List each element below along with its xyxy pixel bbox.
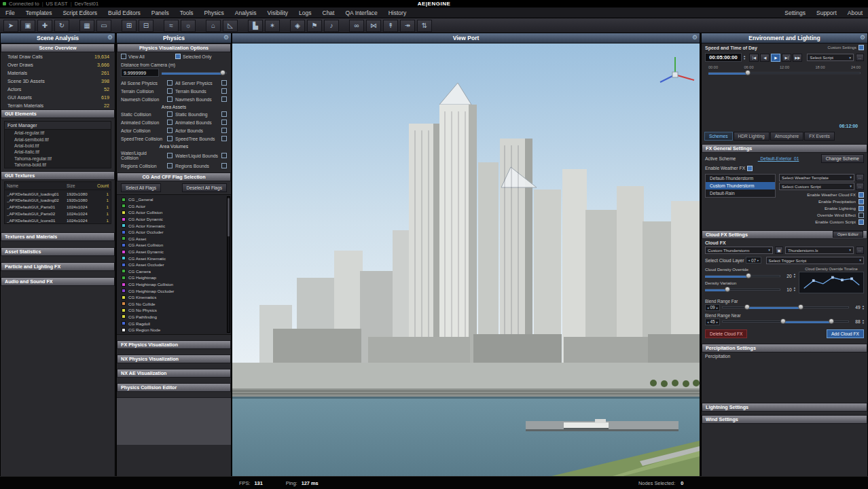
chain-tool-icon[interactable]: ⋈ (366, 20, 381, 32)
gear-icon[interactable]: ⚙ (860, 34, 865, 41)
time-spinner[interactable]: ▴▾ (744, 55, 745, 60)
menubar-item[interactable]: Logs (293, 7, 317, 18)
distance-slider[interactable] (162, 70, 227, 76)
menubar-item[interactable]: QA Interface (340, 7, 382, 18)
density-override-slider[interactable] (705, 273, 780, 279)
time-of-day-slider[interactable] (708, 70, 861, 123)
flag-row[interactable]: CG Region Node (117, 327, 231, 333)
city-blocks-tool-icon[interactable]: ▙ (248, 20, 263, 32)
lightning-settings-header[interactable]: Lightning Settings (702, 403, 867, 412)
wind-settings-header[interactable]: Wind Settings (702, 415, 867, 424)
menubar-right-item[interactable]: About (842, 7, 868, 18)
fx-general-settings-header[interactable]: FX General Settings (702, 144, 867, 153)
blend-near-min-stepper[interactable]: ◂ 45 ▸ (705, 319, 720, 325)
density-override-spinner[interactable]: ▴▾ (794, 273, 795, 278)
collapsed-section-header[interactable]: Audio and Sound FX (1, 277, 115, 286)
select-all-flags-button[interactable]: Select All Flags (121, 183, 161, 192)
slider-knob[interactable] (798, 304, 803, 310)
blend-near-slider[interactable] (722, 319, 849, 325)
precipitation-settings-header[interactable]: Percipitation Settings (702, 344, 867, 352)
select-tool-icon[interactable]: ▣ (20, 20, 35, 32)
play-button[interactable]: ▶ (771, 54, 780, 62)
fx-toggle-checkbox[interactable] (858, 206, 864, 211)
ramp-tool-icon[interactable]: ◺ (223, 20, 238, 32)
font-list-item[interactable]: Tahoma-bold.ttf (5, 162, 111, 168)
slider-knob[interactable] (746, 273, 751, 278)
scrollbar-thumb[interactable] (228, 198, 230, 236)
flag-row[interactable]: CG Heightmap (117, 274, 231, 281)
flag-row[interactable]: CG Actor Kinematic (117, 222, 231, 229)
physics-section-header[interactable]: NX Physics Visualization (117, 355, 231, 363)
blend-far-min-stepper[interactable]: ◂ 09 ▸ (705, 304, 720, 311)
font-list-item[interactable]: Arial-italic.ttf (5, 149, 111, 155)
run-tool-icon[interactable]: ↠ (400, 20, 415, 32)
flag-row[interactable]: CG Actor Dynamic (117, 216, 231, 223)
custom-script-dropdown[interactable]: Select Custom Script ▾ (779, 183, 854, 190)
environment-tab[interactable]: Atmosphere (770, 132, 804, 141)
weather-scheme-item[interactable]: Default-Thunderstorm (706, 175, 775, 182)
save-icon[interactable]: ▣ (775, 247, 783, 254)
area-volume-checkbox[interactable] (167, 153, 173, 158)
texture-row[interactable]: _APXDefaultGUI_Parts01 1024x1024 1 (5, 204, 111, 211)
audio-tool-icon[interactable]: ♪ (324, 20, 339, 32)
slider-knob[interactable] (780, 319, 786, 324)
environment-tab[interactable]: Schemes (704, 132, 733, 141)
area-volume-checkbox[interactable] (221, 153, 227, 158)
grid-select-tool-icon[interactable]: ▦ (79, 20, 94, 32)
menubar-item[interactable]: Analysis (230, 7, 262, 18)
menubar-item[interactable]: Build Editors (103, 7, 146, 18)
waves-tool-icon[interactable]: ≈ (164, 20, 179, 32)
menubar-item[interactable]: Tools (175, 7, 199, 18)
environment-tab[interactable]: HDR Lighting (734, 132, 770, 141)
area-asset-checkbox[interactable] (167, 128, 173, 133)
link-tool-icon[interactable]: ∞ (349, 20, 364, 32)
distance-value-field[interactable]: 9.9999999 (121, 69, 159, 77)
fx-toggle-checkbox[interactable] (858, 199, 864, 204)
skip-start-button[interactable]: |◀ (749, 54, 759, 62)
gear-icon[interactable]: ⚙ (692, 34, 698, 41)
time-of-day-field[interactable]: 00:05:00:00 (705, 53, 742, 62)
gear-icon[interactable]: ⚙ (223, 34, 229, 41)
menubar-item[interactable]: File (0, 7, 20, 18)
physics-vis-checkbox[interactable] (167, 96, 173, 102)
blend-near-max-spinner[interactable]: ▴▾ (863, 319, 864, 325)
flag-row[interactable]: CG Ragdoll (117, 320, 231, 327)
menubar-item[interactable]: Templates (20, 7, 58, 18)
menubar-item[interactable]: Physics (199, 7, 230, 18)
snap-grid-tool-icon[interactable]: ⊞ (122, 20, 137, 32)
rotate-tool-icon[interactable]: ↻ (54, 20, 69, 32)
blend-far-max-spinner[interactable]: ▴▾ (863, 305, 864, 310)
physics-vis-checkbox[interactable] (167, 80, 173, 86)
font-manager-header[interactable]: Font Manager (5, 122, 111, 130)
collapsed-section-header[interactable]: Textures and Materials (1, 232, 115, 241)
flag-row[interactable]: CG No Physics (117, 307, 231, 314)
gui-elements-section-header[interactable]: GUI Elements (1, 109, 115, 118)
menubar-right-item[interactable]: Settings (779, 7, 811, 18)
physics-vis-checkbox[interactable] (221, 80, 227, 86)
physics-vis-checkbox[interactable] (221, 88, 227, 94)
collapsed-section-header[interactable]: Asset Statistics (1, 247, 115, 256)
particles-tool-icon[interactable]: ✶ (265, 20, 280, 32)
gear-icon[interactable]: ⚙ (107, 34, 113, 41)
area-asset-checkbox[interactable] (167, 136, 173, 141)
fx-toggle-checkbox[interactable] (858, 192, 864, 198)
fx-toggle-checkbox[interactable] (858, 219, 864, 225)
area-volume-checkbox[interactable] (221, 163, 227, 168)
blend-far-slider[interactable] (722, 304, 849, 310)
cloud-file-dropdown[interactable]: Thunderstorm.lx ▾ (785, 247, 854, 254)
sun-tool-icon[interactable]: ☼ (181, 20, 196, 32)
texture-row[interactable]: _APXDefaultGUI_loading01 1920x1080 1 (5, 190, 111, 197)
font-list-item[interactable]: Tahoma-regular.ttf (5, 156, 111, 162)
font-list-item[interactable]: Arial-bold.ttf (5, 143, 111, 149)
cloud-preset-dropdown[interactable]: Custom Thunderstorm ▾ (705, 247, 773, 254)
texture-row[interactable]: _APXDefaultGUI_loading02 1920x1080 1 (5, 197, 111, 204)
frame-tool-icon[interactable]: ▭ (96, 20, 111, 32)
building-tool-icon[interactable]: ⌂ (206, 20, 221, 32)
flag-row[interactable]: CG Heightmap Collision (117, 281, 231, 288)
mesh-tool-icon[interactable]: ◈ (290, 20, 305, 32)
delete-cloud-fx-button[interactable]: Delete Cloud FX (705, 329, 747, 338)
step-forward-button[interactable]: ▶| (782, 54, 791, 62)
weather-template-dropdown[interactable]: Select Weather Template ▾ (779, 174, 854, 181)
slider-knob[interactable] (829, 319, 834, 324)
menubar-item[interactable]: Script Editors (57, 7, 103, 18)
